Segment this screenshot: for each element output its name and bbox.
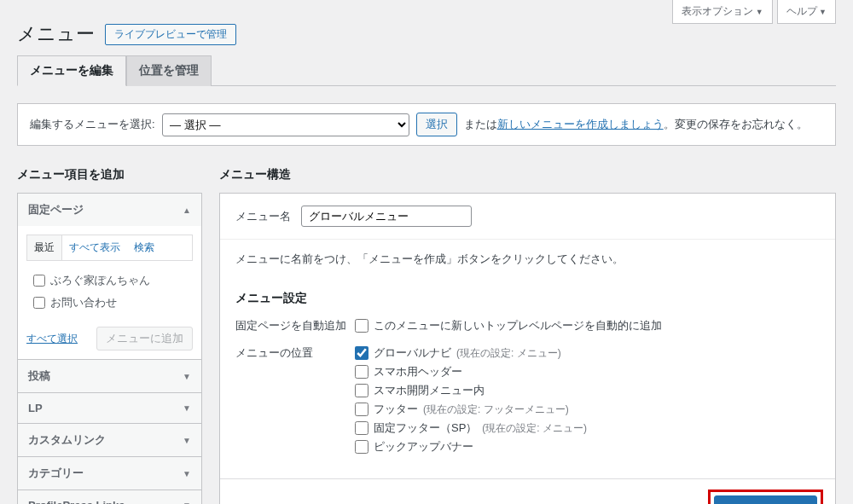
location-label: メニューの位置 [235, 345, 355, 458]
auto-add-checkbox[interactable] [355, 319, 368, 333]
chevron-up-icon: ▲ [183, 206, 191, 215]
chevron-down-icon: ▼ [183, 469, 191, 478]
location-checkbox-3[interactable] [355, 403, 368, 416]
menu-name-input[interactable] [301, 206, 472, 227]
page-checkbox-1[interactable] [33, 297, 45, 309]
chevron-down-icon: ▼ [183, 501, 191, 504]
accordion-post[interactable]: 投稿▼ [18, 359, 201, 392]
highlight-box: メニューを作成 [708, 490, 823, 504]
tab-edit-menu[interactable]: メニューを編集 [17, 55, 126, 86]
accordion-profilepress[interactable]: ProfilePress Links▼ [18, 490, 201, 504]
location-checkbox-4[interactable] [355, 421, 368, 435]
menu-structure-heading: メニュー構造 [219, 167, 836, 182]
select-all-link[interactable]: すべて選択 [26, 332, 78, 346]
location-option[interactable]: スマホ用ヘッダー [355, 364, 587, 379]
page-item-checkbox[interactable]: ぶろぐ家ぽんちゃん [26, 269, 193, 292]
live-preview-button[interactable]: ライブプレビューで管理 [105, 24, 236, 45]
page-item-checkbox[interactable]: お問い合わせ [26, 292, 193, 314]
create-menu-button[interactable]: メニューを作成 [714, 495, 817, 504]
accordion-fixed-page[interactable]: 固定ページ ▲ [18, 194, 201, 226]
selector-text: または新しいメニューを作成しましょう。変更の保存をお忘れなく。 [464, 117, 808, 132]
subtab-all[interactable]: すべて表示 [62, 235, 127, 260]
page-checkbox-0[interactable] [33, 275, 45, 287]
instructions-text: メニューに名前をつけ、「メニューを作成」ボタンをクリックしてください。 [235, 252, 820, 267]
menu-select-label: 編集するメニューを選択: [30, 117, 155, 132]
page-title: メニュー [17, 21, 95, 47]
location-checkbox-2[interactable] [355, 384, 368, 397]
menu-name-label: メニュー名 [235, 209, 291, 224]
accordion-custom-link[interactable]: カスタムリンク▼ [18, 423, 201, 456]
location-checkbox-5[interactable] [355, 440, 368, 454]
chevron-down-icon: ▼ [183, 436, 191, 445]
location-option[interactable]: スマホ開閉メニュー内 [355, 383, 587, 398]
menu-settings-heading: メニュー設定 [235, 291, 820, 306]
chevron-down-icon: ▼ [183, 372, 191, 381]
location-checkbox-0[interactable] [355, 346, 368, 360]
accordion-category[interactable]: カテゴリー▼ [18, 456, 201, 490]
location-option[interactable]: 固定フッター（SP） (現在の設定: メニュー) [355, 420, 587, 436]
subtab-search[interactable]: 検索 [127, 235, 161, 260]
choose-button[interactable]: 選択 [416, 113, 457, 136]
add-to-menu-button[interactable]: メニューに追加 [96, 327, 193, 350]
location-checkbox-1[interactable] [355, 365, 368, 379]
auto-add-label: 固定ページを自動追加 [235, 318, 355, 337]
tab-manage-locations[interactable]: 位置を管理 [126, 55, 212, 86]
add-items-heading: メニュー項目を追加 [17, 167, 202, 182]
create-new-menu-link[interactable]: 新しいメニューを作成しましょう [497, 118, 664, 130]
help-button[interactable]: ヘルプ [777, 0, 836, 24]
accordion-lp[interactable]: LP▼ [18, 392, 201, 423]
auto-add-option[interactable]: このメニューに新しいトップレベルページを自動的に追加 [355, 318, 662, 333]
location-option[interactable]: グローバルナビ (現在の設定: メニュー) [355, 345, 587, 361]
screen-options-button[interactable]: 表示オプション [672, 0, 772, 24]
menu-select-dropdown[interactable]: — 選択 — [162, 113, 409, 136]
location-option[interactable]: ピックアップバナー [355, 439, 587, 455]
chevron-down-icon: ▼ [183, 403, 191, 413]
subtab-recent[interactable]: 最近 [27, 235, 62, 260]
location-option[interactable]: フッター (現在の設定: フッターメニュー) [355, 402, 587, 417]
